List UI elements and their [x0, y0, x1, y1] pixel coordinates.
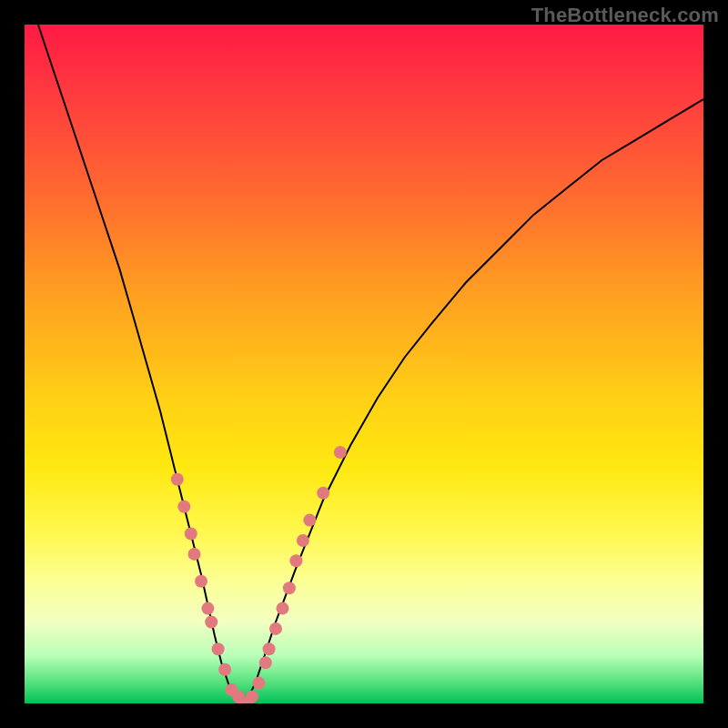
marker-point: [212, 642, 225, 655]
marker-point: [269, 622, 282, 635]
marker-point: [289, 554, 302, 567]
marker-point: [188, 548, 201, 561]
watermark-text: TheBottleneck.com: [531, 4, 719, 27]
bottleneck-curve: [38, 25, 703, 703]
marker-point: [334, 446, 347, 459]
marker-point: [297, 534, 309, 547]
marker-point: [205, 616, 217, 629]
marker-group: [171, 446, 347, 703]
marker-point: [218, 663, 231, 676]
chart-frame: TheBottleneck.com: [0, 0, 728, 728]
marker-point: [317, 487, 329, 500]
marker-point: [195, 575, 207, 588]
marker-point: [201, 602, 214, 615]
marker-point: [177, 500, 190, 513]
marker-point: [303, 514, 316, 527]
marker-point: [246, 691, 258, 703]
marker-point: [283, 581, 296, 594]
marker-point: [171, 473, 184, 486]
marker-point: [263, 642, 276, 655]
marker-point: [185, 528, 197, 541]
chart-overlay: [25, 25, 703, 703]
plot-area: [25, 25, 703, 703]
marker-point: [277, 602, 289, 615]
marker-point: [259, 656, 272, 669]
marker-point: [252, 677, 265, 690]
